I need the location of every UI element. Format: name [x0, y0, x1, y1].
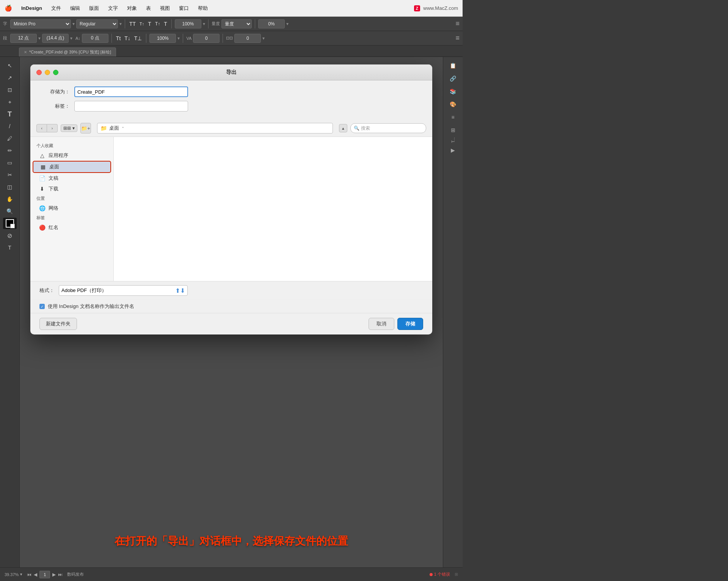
menu-view[interactable]: 视图 — [158, 4, 171, 13]
menu-layout[interactable]: 版面 — [88, 4, 100, 13]
tool-scissors[interactable]: ✂ — [3, 169, 17, 181]
checkbox-check-icon: ✓ — [41, 305, 44, 309]
tags-input[interactable] — [74, 101, 188, 111]
menu-text[interactable]: 文字 — [107, 4, 119, 13]
tool-hand[interactable]: ✋ — [3, 193, 17, 205]
tool-line[interactable]: / — [3, 121, 17, 132]
leading-input[interactable] — [42, 34, 69, 43]
new-folder-button[interactable]: 新建文件夹 — [39, 318, 77, 330]
tool-zoom[interactable]: 🔍 — [3, 206, 17, 217]
type-tt2-btn[interactable]: T↑ — [154, 21, 161, 27]
kerning-num-input[interactable] — [193, 34, 220, 43]
nav-fwd-btn[interactable]: › — [47, 124, 58, 132]
cancel-button[interactable]: 取消 — [369, 318, 394, 330]
zoom-control: 39.37% ▾ — [5, 572, 22, 577]
tool-color[interactable] — [3, 218, 17, 229]
nav-prev-btn[interactable]: ◀ — [34, 572, 37, 577]
document-tab[interactable]: ✕ *Create_PDF.indd @ 39% [CPU 预览] [标绘] — [19, 47, 116, 57]
maximize-button[interactable] — [53, 70, 58, 75]
horiz-scale-input[interactable] — [149, 34, 176, 43]
type-sub-btn3[interactable]: T⊥ — [133, 35, 143, 41]
tool-direct-select[interactable]: ↗ — [3, 72, 17, 83]
sidebar-item-downloads[interactable]: ⬇ 下载 — [33, 184, 111, 194]
close-button[interactable] — [36, 70, 42, 75]
menu-help[interactable]: 帮助 — [196, 4, 209, 13]
right-tool-swatches[interactable]: 🎨 — [446, 99, 460, 110]
menu-edit[interactable]: 编辑 — [69, 4, 82, 13]
save-button[interactable]: 存储 — [397, 318, 423, 330]
type-t3-btn[interactable]: T — [163, 21, 168, 27]
right-tool-pages[interactable]: 📋 — [446, 60, 460, 71]
error-indicator[interactable]: 1 个错误 — [430, 572, 450, 577]
type-normal-btn[interactable]: T — [147, 21, 152, 27]
right-tool-stroke[interactable]: ≡ — [446, 111, 460, 123]
tool-type2[interactable]: T — [3, 242, 17, 253]
right-tool-text-label[interactable]: T... — [451, 137, 455, 143]
tool-select[interactable]: ↖ — [3, 60, 17, 71]
right-tool-libraries[interactable]: 📚 — [446, 86, 460, 97]
baseline-input[interactable] — [82, 34, 108, 43]
page-number-input[interactable] — [39, 571, 50, 578]
sidebar-item-documents[interactable]: 📄 文稿 — [33, 173, 111, 184]
location-bar[interactable]: 📁 桌面 ⌃ — [97, 123, 333, 133]
type-sub-btn2[interactable]: T↓ — [123, 35, 132, 41]
sidebar-item-red-tag[interactable]: 🔴 红名 — [33, 222, 111, 233]
tool-pencil[interactable]: ✏ — [3, 145, 17, 156]
dialog-sidebar: 个人收藏 △ 应用程序 ▦ 桌面 📄 文稿 — [30, 137, 114, 281]
tab-close-btn[interactable]: ✕ — [24, 50, 27, 54]
zoom-dropdown-icon[interactable]: ▾ — [20, 572, 22, 577]
tool-pen[interactable]: 🖊 — [3, 133, 17, 144]
location-expand-btn[interactable]: ▲ — [339, 124, 347, 132]
search-bar[interactable]: 🔍 搜索 — [350, 123, 426, 133]
font-style-select[interactable]: Regular — [76, 19, 118, 28]
right-tool-links[interactable]: 🔗 — [446, 73, 460, 84]
font-size-percent-input[interactable] — [175, 19, 201, 28]
format-label: 格式： — [39, 287, 54, 294]
status-right: 1 个错误 ⊞ — [430, 572, 458, 577]
type-tt-btn[interactable]: TT — [128, 21, 137, 27]
menu-indesign[interactable]: InDesign — [20, 5, 44, 12]
tool-apply-none[interactable]: ⊘ — [3, 230, 17, 241]
menu-table[interactable]: 表 — [144, 4, 152, 13]
tab-label: *Create_PDF.indd @ 39% [CPU 预览] [标绘] — [29, 49, 111, 55]
new-folder-nav-btn[interactable]: 📁+ — [80, 123, 91, 133]
nav-next-btn[interactable]: ▶ — [52, 572, 56, 577]
toolbar-expand-icon[interactable]: ≡ — [455, 20, 460, 28]
status-bar: 39.37% ▾ ⏮ ◀ ▶ ⏭ 数码发布 1 个错误 ⊞ — [0, 567, 463, 581]
font-size-pt-input[interactable] — [10, 34, 37, 43]
nav-back-btn[interactable]: ‹ — [36, 124, 47, 132]
tool-gap[interactable]: ⌖ — [3, 96, 17, 108]
save-as-input[interactable] — [74, 86, 188, 97]
apple-menu[interactable]: 🍎 — [5, 5, 12, 12]
tool-gradient[interactable]: ◫ — [3, 181, 17, 193]
menu-file[interactable]: 文件 — [50, 4, 63, 13]
error-dot — [430, 573, 433, 576]
right-tool-align[interactable]: ⊞ — [446, 124, 460, 136]
sidebar-item-apps[interactable]: △ 应用程序 — [33, 150, 111, 161]
network-icon: 🌐 — [39, 205, 46, 211]
tool-rectangle[interactable]: ▭ — [3, 157, 17, 168]
sidebar-item-network[interactable]: 🌐 网络 — [33, 203, 111, 214]
nav-last-btn[interactable]: ⏭ — [58, 572, 63, 577]
font-family-select[interactable]: Minion Pro — [10, 19, 71, 28]
toolbar2-expand-icon[interactable]: ≡ — [455, 34, 460, 42]
menu-window[interactable]: 窗口 — [177, 4, 190, 13]
separator8 — [223, 34, 223, 43]
tool-type[interactable]: T — [3, 108, 17, 120]
nav-first-btn[interactable]: ⏮ — [27, 572, 31, 577]
right-tool-preview[interactable]: ▶ — [446, 144, 460, 156]
downloads-label: 下载 — [49, 185, 58, 192]
sidebar-item-desktop[interactable]: ▦ 桌面 — [33, 161, 111, 173]
kerning-select[interactable]: 量度 — [221, 19, 252, 28]
type-superscript-btn[interactable]: T↑ — [138, 22, 145, 26]
format-select[interactable]: Adobe PDF（打印） ⬆⬇ — [59, 285, 188, 296]
menu-object[interactable]: 对象 — [126, 4, 138, 13]
type-sub-btn1[interactable]: Tt — [115, 35, 122, 41]
format-value: Adobe PDF（打印） — [61, 287, 107, 294]
view-mode-selector[interactable]: ⊞⊞ ▾ — [61, 124, 77, 132]
tool-page[interactable]: ⊡ — [3, 84, 17, 96]
minimize-button[interactable] — [45, 70, 50, 75]
use-docname-checkbox[interactable]: ✓ — [39, 304, 45, 309]
tracking-input[interactable] — [258, 19, 285, 28]
tracking-num-input[interactable] — [234, 34, 261, 43]
